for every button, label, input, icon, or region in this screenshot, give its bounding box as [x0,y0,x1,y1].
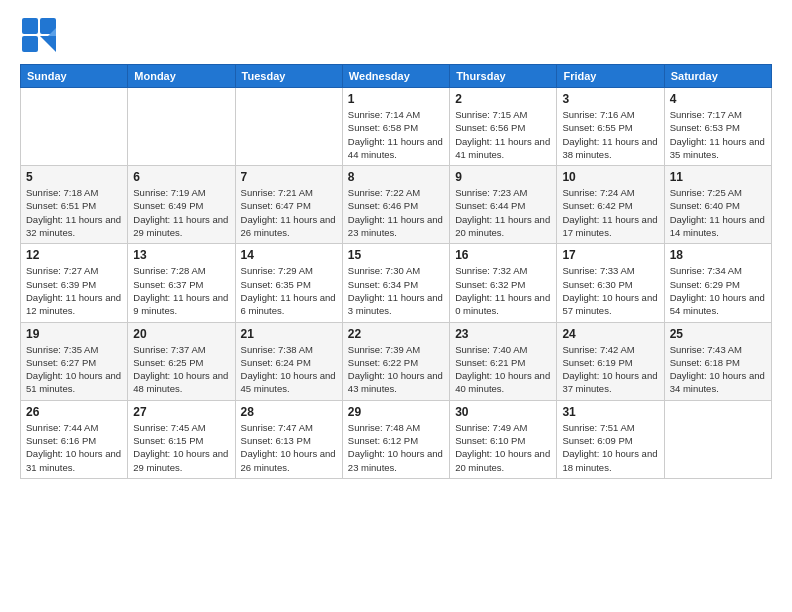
day-info: Sunrise: 7:21 AMSunset: 6:47 PMDaylight:… [241,186,337,239]
day-info: Sunrise: 7:48 AMSunset: 6:12 PMDaylight:… [348,421,444,474]
day-info: Sunrise: 7:14 AMSunset: 6:58 PMDaylight:… [348,108,444,161]
day-number: 21 [241,327,337,341]
day-number: 22 [348,327,444,341]
day-info: Sunrise: 7:17 AMSunset: 6:53 PMDaylight:… [670,108,766,161]
day-number: 15 [348,248,444,262]
day-info: Sunrise: 7:51 AMSunset: 6:09 PMDaylight:… [562,421,658,474]
calendar-header-tuesday: Tuesday [235,65,342,88]
day-info: Sunrise: 7:47 AMSunset: 6:13 PMDaylight:… [241,421,337,474]
logo [20,16,60,54]
calendar-cell [235,88,342,166]
day-number: 18 [670,248,766,262]
calendar-cell: 14Sunrise: 7:29 AMSunset: 6:35 PMDayligh… [235,244,342,322]
day-info: Sunrise: 7:29 AMSunset: 6:35 PMDaylight:… [241,264,337,317]
day-info: Sunrise: 7:27 AMSunset: 6:39 PMDaylight:… [26,264,122,317]
calendar-cell: 30Sunrise: 7:49 AMSunset: 6:10 PMDayligh… [450,400,557,478]
day-info: Sunrise: 7:18 AMSunset: 6:51 PMDaylight:… [26,186,122,239]
calendar-cell [21,88,128,166]
day-number: 16 [455,248,551,262]
day-info: Sunrise: 7:16 AMSunset: 6:55 PMDaylight:… [562,108,658,161]
calendar-cell: 13Sunrise: 7:28 AMSunset: 6:37 PMDayligh… [128,244,235,322]
day-info: Sunrise: 7:19 AMSunset: 6:49 PMDaylight:… [133,186,229,239]
day-info: Sunrise: 7:39 AMSunset: 6:22 PMDaylight:… [348,343,444,396]
day-number: 25 [670,327,766,341]
calendar-cell: 31Sunrise: 7:51 AMSunset: 6:09 PMDayligh… [557,400,664,478]
calendar-cell [128,88,235,166]
day-info: Sunrise: 7:49 AMSunset: 6:10 PMDaylight:… [455,421,551,474]
day-info: Sunrise: 7:24 AMSunset: 6:42 PMDaylight:… [562,186,658,239]
svg-rect-2 [22,36,38,52]
calendar-week-1: 5Sunrise: 7:18 AMSunset: 6:51 PMDaylight… [21,166,772,244]
header [20,16,772,54]
calendar-cell: 17Sunrise: 7:33 AMSunset: 6:30 PMDayligh… [557,244,664,322]
day-number: 2 [455,92,551,106]
day-info: Sunrise: 7:38 AMSunset: 6:24 PMDaylight:… [241,343,337,396]
day-info: Sunrise: 7:22 AMSunset: 6:46 PMDaylight:… [348,186,444,239]
day-number: 27 [133,405,229,419]
calendar-table: SundayMondayTuesdayWednesdayThursdayFrid… [20,64,772,479]
day-number: 17 [562,248,658,262]
calendar-cell: 9Sunrise: 7:23 AMSunset: 6:44 PMDaylight… [450,166,557,244]
day-info: Sunrise: 7:43 AMSunset: 6:18 PMDaylight:… [670,343,766,396]
day-number: 20 [133,327,229,341]
day-number: 14 [241,248,337,262]
day-info: Sunrise: 7:45 AMSunset: 6:15 PMDaylight:… [133,421,229,474]
calendar-week-4: 26Sunrise: 7:44 AMSunset: 6:16 PMDayligh… [21,400,772,478]
calendar-cell: 11Sunrise: 7:25 AMSunset: 6:40 PMDayligh… [664,166,771,244]
calendar-cell: 28Sunrise: 7:47 AMSunset: 6:13 PMDayligh… [235,400,342,478]
calendar-cell: 1Sunrise: 7:14 AMSunset: 6:58 PMDaylight… [342,88,449,166]
day-info: Sunrise: 7:35 AMSunset: 6:27 PMDaylight:… [26,343,122,396]
calendar-cell: 10Sunrise: 7:24 AMSunset: 6:42 PMDayligh… [557,166,664,244]
day-info: Sunrise: 7:30 AMSunset: 6:34 PMDaylight:… [348,264,444,317]
day-info: Sunrise: 7:37 AMSunset: 6:25 PMDaylight:… [133,343,229,396]
calendar-header-sunday: Sunday [21,65,128,88]
day-number: 11 [670,170,766,184]
calendar-cell: 26Sunrise: 7:44 AMSunset: 6:16 PMDayligh… [21,400,128,478]
calendar-cell: 15Sunrise: 7:30 AMSunset: 6:34 PMDayligh… [342,244,449,322]
calendar-cell: 8Sunrise: 7:22 AMSunset: 6:46 PMDaylight… [342,166,449,244]
calendar-cell: 20Sunrise: 7:37 AMSunset: 6:25 PMDayligh… [128,322,235,400]
calendar-cell: 5Sunrise: 7:18 AMSunset: 6:51 PMDaylight… [21,166,128,244]
day-info: Sunrise: 7:23 AMSunset: 6:44 PMDaylight:… [455,186,551,239]
calendar-cell: 22Sunrise: 7:39 AMSunset: 6:22 PMDayligh… [342,322,449,400]
day-number: 13 [133,248,229,262]
calendar-cell: 29Sunrise: 7:48 AMSunset: 6:12 PMDayligh… [342,400,449,478]
page: SundayMondayTuesdayWednesdayThursdayFrid… [0,0,792,612]
day-number: 9 [455,170,551,184]
calendar-cell: 21Sunrise: 7:38 AMSunset: 6:24 PMDayligh… [235,322,342,400]
day-number: 4 [670,92,766,106]
day-number: 5 [26,170,122,184]
day-number: 28 [241,405,337,419]
calendar-cell: 27Sunrise: 7:45 AMSunset: 6:15 PMDayligh… [128,400,235,478]
day-info: Sunrise: 7:44 AMSunset: 6:16 PMDaylight:… [26,421,122,474]
calendar-header-friday: Friday [557,65,664,88]
calendar-cell: 2Sunrise: 7:15 AMSunset: 6:56 PMDaylight… [450,88,557,166]
calendar-header-saturday: Saturday [664,65,771,88]
day-number: 1 [348,92,444,106]
day-number: 8 [348,170,444,184]
calendar-cell: 7Sunrise: 7:21 AMSunset: 6:47 PMDaylight… [235,166,342,244]
day-number: 31 [562,405,658,419]
day-number: 26 [26,405,122,419]
day-number: 30 [455,405,551,419]
calendar-cell: 18Sunrise: 7:34 AMSunset: 6:29 PMDayligh… [664,244,771,322]
calendar-header-monday: Monday [128,65,235,88]
day-number: 19 [26,327,122,341]
calendar-cell: 12Sunrise: 7:27 AMSunset: 6:39 PMDayligh… [21,244,128,322]
calendar-header-thursday: Thursday [450,65,557,88]
day-info: Sunrise: 7:33 AMSunset: 6:30 PMDaylight:… [562,264,658,317]
day-info: Sunrise: 7:34 AMSunset: 6:29 PMDaylight:… [670,264,766,317]
day-number: 6 [133,170,229,184]
day-info: Sunrise: 7:28 AMSunset: 6:37 PMDaylight:… [133,264,229,317]
calendar-cell: 16Sunrise: 7:32 AMSunset: 6:32 PMDayligh… [450,244,557,322]
day-info: Sunrise: 7:42 AMSunset: 6:19 PMDaylight:… [562,343,658,396]
svg-rect-0 [22,18,38,34]
day-number: 12 [26,248,122,262]
day-info: Sunrise: 7:25 AMSunset: 6:40 PMDaylight:… [670,186,766,239]
day-number: 7 [241,170,337,184]
calendar-cell: 19Sunrise: 7:35 AMSunset: 6:27 PMDayligh… [21,322,128,400]
day-number: 29 [348,405,444,419]
calendar-cell [664,400,771,478]
day-info: Sunrise: 7:15 AMSunset: 6:56 PMDaylight:… [455,108,551,161]
day-number: 24 [562,327,658,341]
